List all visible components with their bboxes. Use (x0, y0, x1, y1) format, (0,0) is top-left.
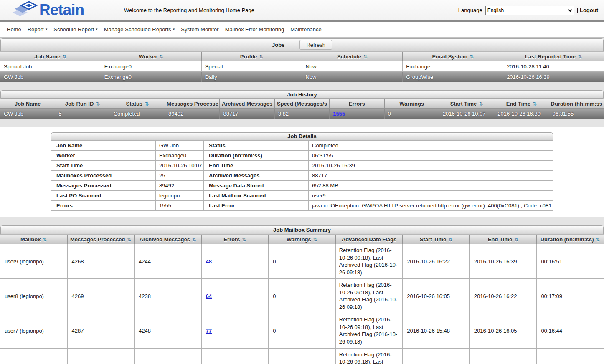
cell-speed: 3.82 (274, 109, 329, 119)
detail-label: Last PO Scanned (51, 191, 156, 201)
nav-item-report[interactable]: Report▾ (28, 26, 48, 33)
errors-count-link[interactable]: 64 (206, 293, 212, 299)
refresh-button[interactable]: Refresh (299, 40, 332, 50)
sort-icon: ⇅ (43, 237, 47, 243)
mailbox-row: user8 (legionpo) 4269 4238 64 0 Retentio… (0, 279, 604, 313)
detail-label: Message Data Stored (204, 181, 309, 191)
job-history-table: Job Name Job Run ID⇅ Status⇅ Messages Pr… (0, 99, 604, 119)
cell-end-time: 2016-10-26 16:22 (469, 279, 537, 313)
jms-col-mailbox[interactable]: Mailbox⇅ (0, 235, 68, 244)
cell-profile: Daily (201, 72, 302, 82)
jobs-col-schedule[interactable]: Schedule⇅ (302, 52, 403, 61)
detail-value: user9 (309, 191, 553, 201)
table-row: Messages Processed 89492 Message Data St… (51, 181, 553, 191)
detail-value: 652.88 MB (309, 181, 553, 191)
jh-col-archived-messages: Archived Messages (220, 99, 274, 109)
jms-col-duration[interactable]: Duration (hh:mm:ss)⇅ (537, 235, 604, 244)
jms-col-messages-processed[interactable]: Messages Processed⇅ (67, 235, 135, 244)
cell-worker: Exchange0 (101, 72, 201, 82)
detail-label: Mailboxes Processed (51, 171, 156, 181)
jms-col-warnings[interactable]: Warnings⇅ (269, 235, 336, 244)
jobs-row-selected[interactable]: GW Job Exchange0 Daily Now GroupWise 201… (0, 72, 604, 82)
top-header: Retain Welcome to the Reporting and Moni… (0, 0, 604, 22)
detail-value: 2016-10-26 16:39 (309, 161, 553, 171)
detail-label: Job Name (51, 141, 156, 151)
cell-warnings: 0 (269, 348, 336, 364)
cell-end-time: 2016-10-26 16:39 (469, 244, 537, 279)
job-mailbox-summary-table: Mailbox⇅ Messages Processed⇅ Archived Me… (0, 234, 604, 364)
job-details-table: Job Name GW Job Status Completed Worker … (51, 140, 553, 211)
chevron-down-icon: ▾ (96, 27, 98, 31)
job-history-row-selected[interactable]: GW Job 5 Completed 89492 88717 3.82 1555… (0, 109, 604, 119)
cell-last-reported-time: 2016-10-28 11:40 (503, 61, 604, 72)
cell-messages-processed: 4280 (67, 348, 135, 364)
jh-col-job-run-id[interactable]: Job Run ID⇅ (55, 99, 110, 109)
errors-count-link[interactable]: 48 (206, 258, 212, 265)
cell-warnings: 0 (384, 109, 439, 119)
cell-errors: 77 (201, 313, 269, 348)
sort-icon: ⇅ (313, 237, 317, 243)
logout-link[interactable]: | Logout (577, 7, 598, 13)
mailbox-row: user7 (legionpo) 4287 4248 77 0 Retentio… (0, 313, 604, 348)
cell-warnings: 0 (269, 313, 336, 348)
cell-duration: 00:16:44 (537, 313, 604, 348)
sort-icon: ⇅ (514, 237, 518, 243)
nav-item-home[interactable]: Home (7, 26, 21, 33)
cell-advanced-date-flags: Retention Flag (2016-10-26 09:18), Last … (335, 279, 403, 313)
nav-item-schedule-report[interactable]: Schedule Report▾ (53, 26, 97, 33)
jh-col-end-time[interactable]: End Time⇅ (494, 99, 549, 109)
jobs-col-email-system[interactable]: Email System⇅ (403, 52, 503, 61)
main-nav: Home Report▾ Schedule Report▾ Manage Sch… (0, 22, 604, 38)
jh-col-status[interactable]: Status⇅ (110, 99, 165, 109)
cell-duration: 06:31:55 (549, 109, 604, 119)
jobs-row[interactable]: Special Job Exchange0 Special Now Exchan… (0, 61, 604, 72)
cell-end-time: 2016-10-26 15:48 (469, 348, 537, 364)
nav-item-mailbox-error-monitoring[interactable]: Mailbox Error Monitoring (225, 26, 284, 33)
detail-value: 88717 (309, 171, 553, 181)
jh-col-duration: Duration (hh:mm:ss (549, 99, 604, 109)
cell-job-name: GW Job (0, 72, 101, 82)
section-gap (0, 217, 604, 225)
cell-warnings: 0 (269, 244, 336, 279)
cell-mailbox: user9 (legionpo) (0, 244, 68, 279)
cell-messages-processed: 89492 (165, 109, 220, 119)
detail-label: Last Error (204, 201, 309, 211)
nav-item-maintenance[interactable]: Maintenance (290, 26, 321, 33)
nav-item-manage-scheduled-reports[interactable]: Manage Scheduled Reports▾ (104, 26, 175, 33)
jms-col-end-time[interactable]: End Time⇅ (469, 235, 537, 244)
errors-count-link[interactable]: 82 (206, 362, 212, 364)
jms-col-start-time[interactable]: Start Time⇅ (403, 235, 470, 244)
errors-count-link[interactable]: 77 (206, 328, 212, 334)
cell-mailbox: user6 (legionpo) (0, 348, 68, 364)
sort-icon: ⇅ (192, 237, 196, 243)
jobs-col-worker[interactable]: Worker⇅ (101, 52, 201, 61)
language-area: Language English | Logout (458, 6, 598, 15)
mailbox-row: user9 (legionpo) 4268 4244 48 0 Retentio… (0, 244, 604, 279)
jobs-col-job-name[interactable]: Job Name⇅ (0, 52, 101, 61)
detail-value: 1555 (156, 201, 204, 211)
sort-icon: ⇅ (479, 101, 483, 107)
jh-col-start-time[interactable]: Start Time⇅ (439, 99, 494, 109)
mailbox-row: user6 (legionpo) 4280 4239 82 0 Retentio… (0, 348, 604, 364)
jms-col-archived-messages[interactable]: Archived Messages⇅ (135, 235, 202, 244)
cell-errors: 82 (201, 348, 269, 364)
detail-label: Last Mailbox Scanned (204, 191, 309, 201)
cell-duration: 00:17:12 (537, 348, 604, 364)
cell-messages-processed: 4269 (67, 279, 135, 313)
jobs-col-last-reported-time[interactable]: Last Reported Time⇅ (503, 52, 604, 61)
sort-icon: ⇅ (96, 101, 100, 107)
language-select[interactable]: English (485, 6, 574, 15)
detail-value: legionpo (156, 191, 204, 201)
table-row: Start Time 2016-10-26 10:07 End Time 201… (51, 161, 553, 171)
jms-col-advanced-date-flags: Advanced Date Flags (335, 235, 403, 244)
cell-worker: Exchange0 (101, 61, 201, 72)
errors-count-link[interactable]: 1555 (333, 111, 345, 117)
cell-email-system: GroupWise (403, 72, 503, 82)
jms-col-errors[interactable]: Errors⇅ (201, 235, 269, 244)
sort-icon: ⇅ (62, 54, 66, 60)
detail-label: Duration (hh:mm:ss) (204, 151, 309, 161)
nav-item-system-monitor[interactable]: System Monitor (181, 26, 218, 33)
jobs-col-profile[interactable]: Profile⇅ (201, 52, 302, 61)
section-gap (0, 119, 604, 127)
cell-job-run-id: 5 (55, 109, 110, 119)
